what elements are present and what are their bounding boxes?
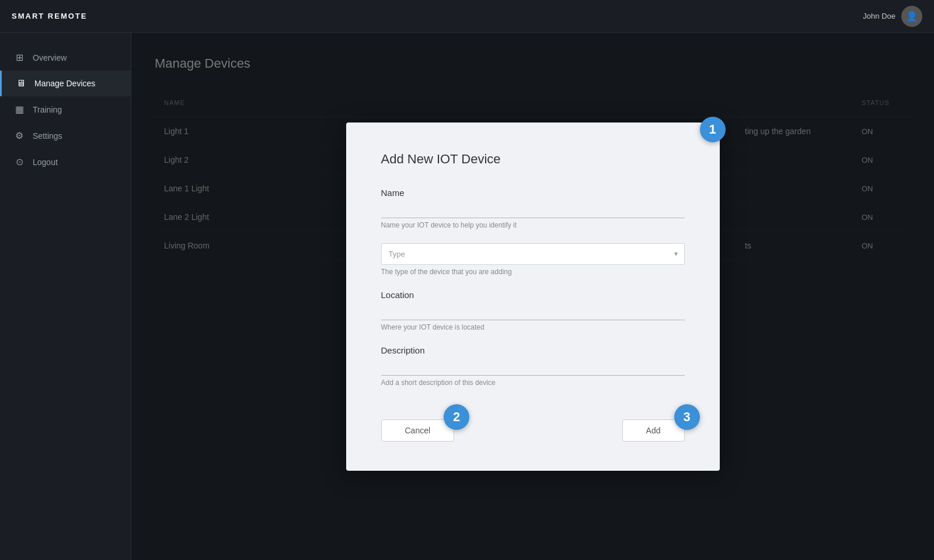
sidebar-item-logout[interactable]: ⊙ Logout	[0, 149, 131, 175]
type-field: Type Light Sensor Switch ▾ The type of t…	[381, 243, 685, 276]
type-select[interactable]: Type Light Sensor Switch	[381, 243, 685, 265]
name-label: Name	[381, 188, 685, 198]
sidebar-item-label: Training	[33, 105, 62, 114]
type-hint: The type of the device that you are addi…	[381, 268, 685, 276]
description-input[interactable]	[381, 359, 685, 376]
cancel-button[interactable]: Cancel	[381, 419, 455, 442]
main-content: Manage Devices NAME STATUS Light 1 ting …	[131, 33, 934, 560]
description-label: Description	[381, 345, 685, 355]
name-hint: Name your IOT device to help you identif…	[381, 221, 685, 229]
modal-overlay: 1 Add New IOT Device Name Name your IOT …	[131, 33, 934, 560]
sidebar-item-overview[interactable]: ⊞ Overview	[0, 44, 131, 71]
add-device-modal: 1 Add New IOT Device Name Name your IOT …	[346, 123, 720, 471]
sidebar-item-label: Logout	[33, 158, 58, 167]
description-field: Description Add a short description of t…	[381, 345, 685, 387]
avatar: 👤	[901, 6, 922, 27]
sidebar-item-manage-devices[interactable]: 🖥 Manage Devices	[0, 71, 131, 96]
name-input[interactable]	[381, 201, 685, 218]
overview-icon: ⊞	[14, 52, 25, 63]
sidebar-item-label: Settings	[33, 131, 62, 141]
name-field: Name Name your IOT device to help you id…	[381, 188, 685, 229]
modal-title: Add New IOT Device	[381, 152, 685, 167]
type-select-wrapper: Type Light Sensor Switch ▾	[381, 243, 685, 265]
location-field: Location Where your IOT device is locate…	[381, 290, 685, 331]
description-hint: Add a short description of this device	[381, 379, 685, 387]
user-name: John Doe	[863, 12, 895, 20]
settings-icon: ⚙	[14, 130, 25, 141]
annotation-1: 1	[700, 117, 726, 142]
sidebar-item-training[interactable]: ▦ Training	[0, 96, 131, 123]
location-input[interactable]	[381, 303, 685, 320]
training-icon: ▦	[14, 104, 25, 115]
modal-footer: Cancel 2 Add 3	[381, 408, 685, 442]
sidebar-item-settings[interactable]: ⚙ Settings	[0, 123, 131, 149]
layout: ⊞ Overview 🖥 Manage Devices ▦ Training ⚙…	[0, 33, 934, 560]
location-hint: Where your IOT device is located	[381, 323, 685, 331]
sidebar: ⊞ Overview 🖥 Manage Devices ▦ Training ⚙…	[0, 33, 131, 560]
sidebar-item-label: Overview	[33, 53, 67, 62]
location-label: Location	[381, 290, 685, 300]
manage-devices-icon: 🖥	[16, 78, 26, 89]
app-logo: SMART REMOTE	[12, 12, 87, 20]
sidebar-item-label: Manage Devices	[34, 79, 95, 88]
user-info: John Doe 👤	[863, 6, 922, 27]
header: SMART REMOTE John Doe 👤	[0, 0, 934, 33]
logout-icon: ⊙	[14, 156, 25, 167]
add-button[interactable]: Add	[622, 419, 685, 442]
